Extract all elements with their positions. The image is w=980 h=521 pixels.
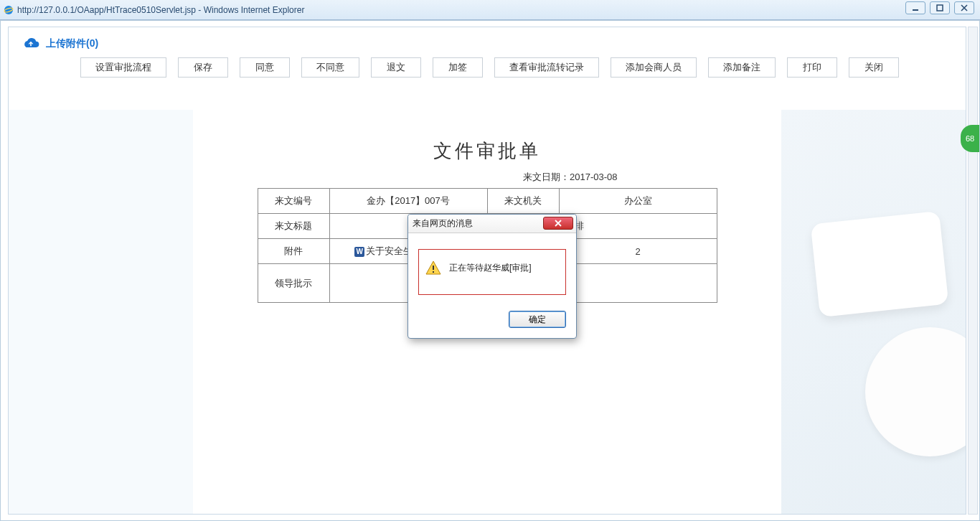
dialog-title: 来自网页的消息	[413, 217, 473, 230]
browser-titlebar: http://127.0.0.1/OAapp/HtTrace0510Servle…	[0, 0, 980, 20]
ie-icon	[3, 4, 14, 16]
dialog-close-button[interactable]	[543, 217, 573, 230]
side-badge-value: 68	[966, 134, 974, 143]
doc-number-label: 来文编号	[258, 189, 329, 214]
svg-rect-4	[433, 266, 434, 270]
vertical-scrollbar[interactable]	[968, 27, 978, 515]
view-history-button[interactable]: 查看审批流转记录	[494, 57, 599, 78]
leader-comment-label: 领导批示	[258, 264, 329, 303]
set-flow-button[interactable]: 设置审批流程	[80, 57, 166, 78]
close-button[interactable]: 关闭	[849, 57, 899, 78]
disagree-button[interactable]: 不同意	[301, 57, 359, 78]
dialog-titlebar[interactable]: 来自网页的消息	[408, 215, 576, 233]
agree-button[interactable]: 同意	[240, 57, 290, 78]
doc-org-value: 办公室	[559, 189, 717, 214]
addsign-button[interactable]: 加签	[433, 57, 483, 78]
alert-dialog: 来自网页的消息 正在等待赵华威[审批] 确定	[407, 214, 577, 339]
upload-row: 上传附件(0)	[9, 27, 966, 57]
add-people-button[interactable]: 添加会商人员	[611, 57, 697, 78]
attachment-count: 2	[559, 239, 717, 264]
upload-attachment-link[interactable]: 上传附件(0)	[46, 37, 98, 50]
attachment-label: 附件	[258, 239, 329, 264]
dialog-footer: 确定	[408, 304, 576, 338]
dialog-message-box: 正在等待赵华威[审批]	[418, 249, 566, 295]
svg-rect-3	[937, 5, 943, 11]
dialog-ok-button[interactable]: 确定	[509, 311, 566, 328]
svg-rect-2	[913, 9, 918, 11]
side-badge[interactable]: 68	[961, 125, 979, 152]
dialog-message: 正在等待赵华威[审批]	[449, 260, 532, 274]
cloud-upload-icon	[22, 37, 40, 50]
add-remark-button[interactable]: 添加备注	[708, 57, 776, 78]
minimize-button[interactable]	[905, 1, 925, 14]
window-title: http://127.0.0.1/OAapp/HtTrace0510Servle…	[17, 5, 304, 15]
window-controls	[905, 1, 974, 14]
maximize-button[interactable]	[930, 1, 950, 14]
background-left-decor	[9, 110, 202, 514]
print-button[interactable]: 打印	[787, 57, 837, 78]
return-button[interactable]: 退文	[371, 57, 421, 78]
dialog-body: 正在等待赵华威[审批]	[408, 233, 576, 304]
action-toolbar: 设置审批流程 保存 同意 不同意 退文 加签 查看审批流转记录 添加会商人员 添…	[9, 57, 966, 86]
date-label: 来文日期：	[523, 172, 570, 182]
table-row: 来文编号 金办【2017】007号 来文机关 办公室	[258, 189, 717, 214]
warning-icon	[425, 260, 442, 277]
doc-org-label: 来文机关	[487, 189, 559, 214]
document-date-row: 来文日期：2017-03-08	[193, 171, 781, 184]
background-right-decor	[772, 110, 966, 514]
svg-rect-5	[433, 271, 434, 273]
save-button[interactable]: 保存	[178, 57, 228, 78]
close-window-button[interactable]	[954, 1, 974, 14]
doc-number-value: 金办【2017】007号	[329, 189, 487, 214]
document-title: 文件审批单	[193, 139, 781, 164]
doc-topic-label: 来文标题	[258, 214, 329, 239]
word-file-icon: W	[354, 247, 364, 257]
date-value: 2017-03-08	[570, 172, 618, 182]
